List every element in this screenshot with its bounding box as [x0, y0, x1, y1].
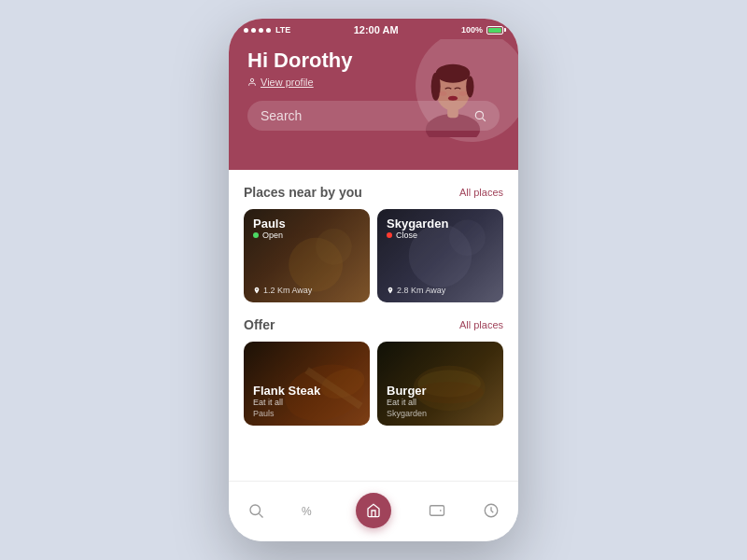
nearby-cards-row: Pauls Open 1.2 Km Away — [244, 209, 503, 302]
nav-offers-icon: % — [302, 502, 318, 519]
place-card-pauls[interactable]: Pauls Open 1.2 Km Away — [244, 209, 370, 302]
offers-section-header: Offer All places — [244, 317, 503, 332]
flank-content: Flank Steak Eat it all Pauls — [244, 342, 370, 426]
battery-percent: 100% — [461, 25, 483, 35]
status-battery-area: 100% — [461, 25, 503, 35]
flank-subtitle: Eat it all — [253, 398, 360, 407]
header: Hi Dorothy View profile Search — [229, 39, 518, 170]
view-profile-link[interactable]: View profile — [247, 77, 500, 88]
pauls-status: Open — [253, 231, 360, 240]
main-content: Places near by you All places Pauls — [229, 170, 518, 481]
svg-point-7 — [439, 91, 446, 96]
nav-item-offers[interactable]: % — [292, 498, 328, 523]
pauls-distance-text: 1.2 Km Away — [263, 286, 312, 295]
svg-point-22 — [250, 505, 261, 515]
nearby-all-places[interactable]: All places — [459, 187, 503, 198]
skygarden-top: Skygarden Close — [387, 217, 494, 240]
offers-cards-row: Flank Steak Eat it all Pauls Burger Eat … — [244, 342, 503, 426]
signal-dot-4 — [266, 28, 271, 33]
greeting-text: Hi Dorothy — [247, 49, 500, 73]
nav-item-home[interactable] — [346, 489, 401, 532]
skygarden-content: Skygarden Close 2.8 Km Away — [377, 209, 503, 302]
battery-icon — [486, 26, 503, 35]
status-time: 12:00 AM — [354, 24, 399, 35]
pauls-top: Pauls Open — [253, 217, 360, 240]
lte-label: LTE — [275, 25, 290, 35]
status-signal: LTE — [244, 25, 290, 35]
skygarden-distance: 2.8 Km Away — [387, 286, 494, 295]
svg-point-10 — [475, 111, 483, 119]
flank-venue: Pauls — [253, 409, 360, 418]
location-icon-skygarden — [387, 286, 394, 295]
pauls-status-text: Open — [262, 231, 283, 240]
skygarden-name: Skygarden — [387, 217, 494, 231]
burger-venue: Skygarden — [387, 409, 494, 418]
svg-point-8 — [459, 91, 467, 96]
offers-all-places[interactable]: All places — [459, 319, 503, 330]
svg-point-9 — [250, 78, 253, 81]
nav-wallet-icon — [429, 502, 445, 519]
bottom-navigation: % — [229, 481, 518, 541]
place-card-skygarden[interactable]: Skygarden Close 2.8 Km Away — [377, 209, 503, 302]
nav-history-icon — [483, 502, 500, 519]
skygarden-status-text: Close — [396, 231, 417, 240]
svg-line-23 — [259, 513, 262, 517]
nav-home-circle — [356, 493, 391, 528]
open-dot — [253, 232, 259, 238]
signal-dot-3 — [259, 28, 263, 33]
signal-dot-2 — [251, 28, 256, 33]
signal-dot-1 — [244, 28, 248, 33]
status-bar: LTE 12:00 AM 100% — [229, 19, 518, 39]
view-profile-label: View profile — [261, 77, 314, 88]
nav-item-history[interactable] — [473, 498, 509, 523]
search-icon — [473, 109, 486, 122]
search-placeholder: Search — [261, 108, 302, 123]
nav-item-search[interactable] — [238, 498, 274, 523]
svg-text:%: % — [302, 505, 312, 518]
nav-item-wallet[interactable] — [419, 498, 455, 523]
offer-card-flank-steak[interactable]: Flank Steak Eat it all Pauls — [244, 342, 370, 426]
pauls-name: Pauls — [253, 217, 360, 231]
skygarden-status: Close — [387, 231, 494, 240]
nav-home-icon — [366, 503, 381, 518]
nav-search-icon — [247, 502, 264, 519]
nearby-section-header: Places near by you All places — [244, 185, 503, 200]
burger-subtitle: Eat it all — [387, 398, 494, 407]
flank-name: Flank Steak — [253, 384, 360, 398]
closed-dot — [387, 232, 392, 238]
search-bar[interactable]: Search — [247, 101, 500, 131]
offer-card-burger[interactable]: Burger Eat it all Skygarden — [377, 342, 503, 426]
pauls-distance: 1.2 Km Away — [253, 286, 360, 295]
pauls-content: Pauls Open 1.2 Km Away — [244, 209, 370, 302]
nearby-title: Places near by you — [244, 185, 362, 200]
skygarden-distance-text: 2.8 Km Away — [397, 286, 445, 295]
svg-line-11 — [483, 119, 486, 121]
location-icon-pauls — [253, 286, 261, 295]
phone-frame: LTE 12:00 AM 100% — [229, 19, 518, 541]
burger-content: Burger Eat it all Skygarden — [377, 342, 503, 426]
burger-name: Burger — [387, 384, 494, 398]
svg-rect-25 — [430, 506, 444, 516]
profile-icon — [247, 77, 257, 87]
offers-title: Offer — [244, 317, 275, 332]
battery-fill — [488, 28, 501, 33]
